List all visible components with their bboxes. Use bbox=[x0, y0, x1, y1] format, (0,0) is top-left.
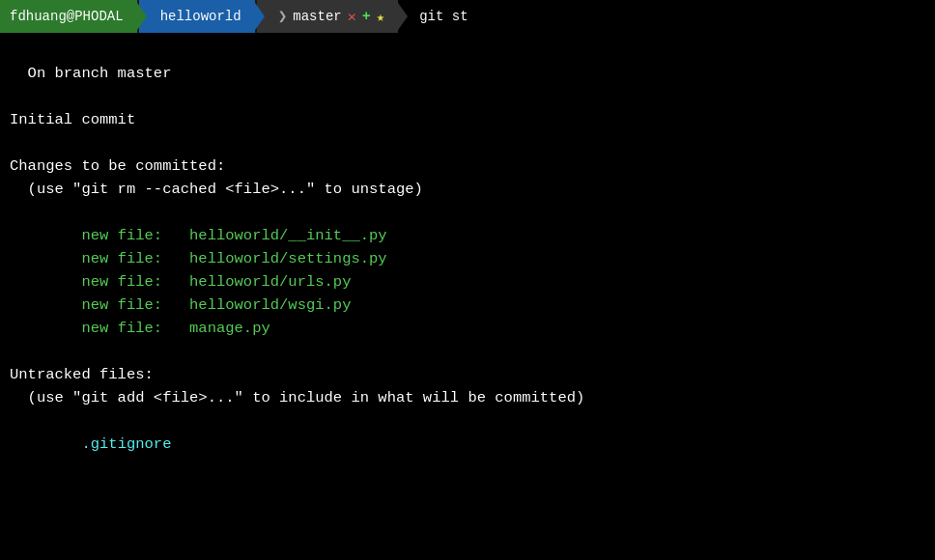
terminal-line: On branch master bbox=[28, 65, 172, 82]
terminal-line: (use "git add <file>..." to include in w… bbox=[10, 389, 584, 406]
branch-segment[interactable]: ❯ master ✕ + ★ bbox=[257, 0, 399, 33]
cmd-label: git st bbox=[419, 9, 468, 24]
terminal-line: Changes to be committed: bbox=[10, 157, 225, 175]
terminal-line: new file: helloworld/settings.py bbox=[10, 250, 387, 267]
terminal-line: new file: helloworld/__init__.py bbox=[10, 227, 387, 244]
branch-plus-icon: + bbox=[362, 9, 371, 25]
terminal-output: On branch master Initial commit Changes … bbox=[0, 33, 935, 560]
terminal-window: fdhuang@PHODAL helloworld ❯ master ✕ + ★… bbox=[0, 0, 935, 560]
branch-x-icon: ✕ bbox=[348, 8, 356, 26]
terminal-line: new file: manage.py bbox=[10, 320, 270, 337]
terminal-line: new file: helloworld/wsgi.py bbox=[10, 296, 351, 314]
terminal-line: .gitignore bbox=[10, 435, 171, 453]
branch-label: master bbox=[293, 9, 341, 24]
user-segment[interactable]: fdhuang@PHODAL bbox=[0, 0, 137, 33]
repo-label: helloworld bbox=[160, 9, 241, 24]
terminal-line: new file: helloworld/urls.py bbox=[10, 273, 351, 291]
terminal-line: (use "git rm --cached <file>..." to unst… bbox=[10, 181, 423, 198]
user-label: fdhuang@PHODAL bbox=[10, 9, 124, 24]
cmd-segment: git st bbox=[398, 0, 935, 33]
tab-bar: fdhuang@PHODAL helloworld ❯ master ✕ + ★… bbox=[0, 0, 935, 33]
repo-segment[interactable]: helloworld bbox=[139, 0, 255, 33]
branch-star-icon: ★ bbox=[377, 9, 384, 25]
branch-icon: ❯ bbox=[278, 7, 288, 26]
terminal-line: Initial commit bbox=[10, 111, 135, 128]
terminal-line: Untracked files: bbox=[10, 366, 154, 383]
